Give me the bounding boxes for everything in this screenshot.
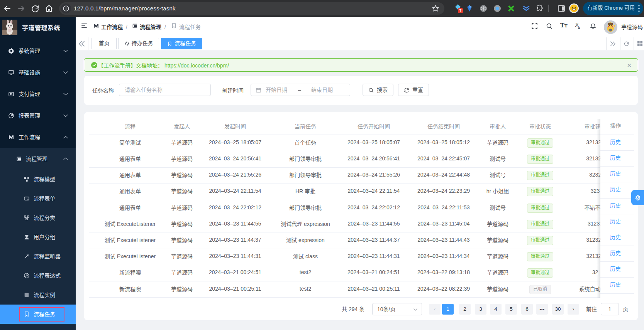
svg-text:A: A [578,26,580,29]
svg-text:7: 7 [459,9,462,13]
